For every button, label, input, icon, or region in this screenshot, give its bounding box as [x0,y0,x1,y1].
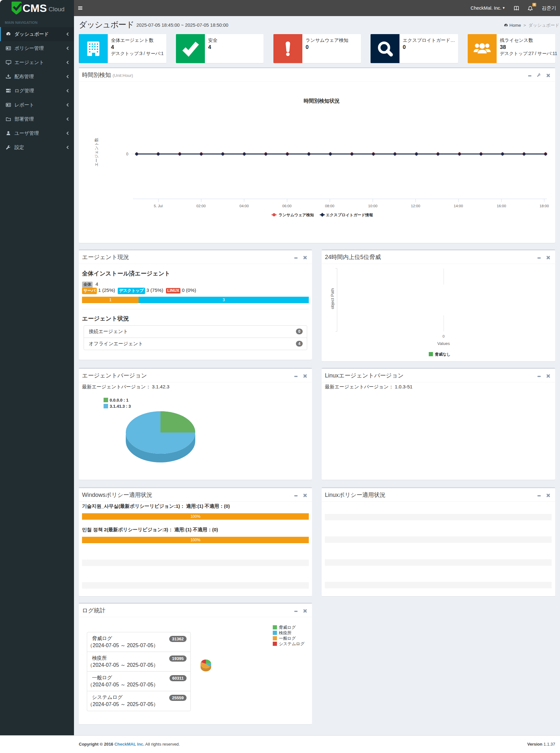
svg-text:CMS: CMS [22,2,47,14]
svg-text:18:00: 18:00 [540,204,549,208]
svg-text:一般ログ: 一般ログ [279,636,296,641]
svg-text:システムログ: システムログ [279,641,305,646]
svg-text:0.0.0.0 : 1: 0.0.0.0 : 1 [110,398,129,402]
svg-text:5. Jul: 5. Jul [154,204,163,208]
svg-text:04:00: 04:00 [240,204,249,208]
svg-text:3.1.41.3 : 3: 3.1.41.3 : 3 [110,404,131,409]
svg-text:0: 0 [126,152,128,156]
svg-text:12:00: 12:00 [411,204,420,208]
svg-text:エージェント数: エージェント数 [94,138,99,166]
svg-text:ランサムウェア検知: ランサムウェア検知 [279,213,314,217]
svg-text:14:00: 14:00 [454,204,463,208]
svg-text:Cloud: Cloud [48,6,65,13]
svg-text:08:00: 08:00 [325,204,335,208]
svg-text:検疫所: 検疫所 [279,630,292,635]
svg-text:Values: Values [437,341,450,346]
svg-text:時間別検知状況: 時間別検知状況 [304,98,340,104]
svg-text:エクスプロイトガード情報: エクスプロイトガード情報 [326,213,374,217]
svg-text:16:00: 16:00 [497,204,506,208]
svg-text:脅威ログ: 脅威ログ [279,625,296,630]
svg-text:0: 0 [443,334,444,338]
svg-text:10:00: 10:00 [368,204,378,208]
svg-text:06:00: 06:00 [282,204,292,208]
svg-text:02:00: 02:00 [197,204,206,208]
svg-text:脅威なし: 脅威なし [435,352,451,357]
svg-text:object Path: object Path [330,288,335,309]
